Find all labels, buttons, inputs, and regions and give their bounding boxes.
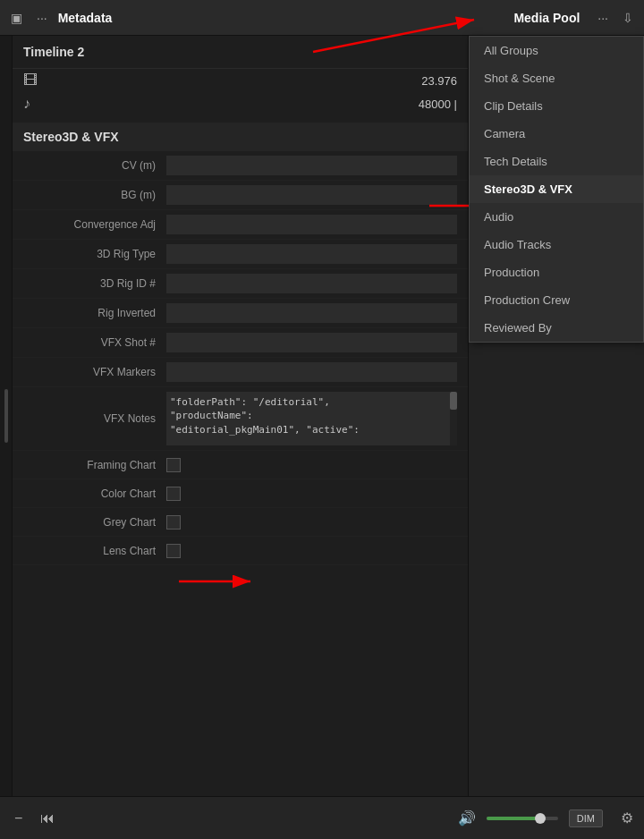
top-bar-right: Media Pool ··· ⇩ [513, 7, 637, 29]
dim-button[interactable]: DIM [569, 809, 603, 827]
left-sidebar [0, 36, 13, 796]
window-icon[interactable]: ▣ [7, 7, 26, 29]
volume-slider[interactable] [487, 817, 558, 820]
dropdown-item-audio-tracks[interactable]: Audio Tracks [470, 231, 643, 258]
timeline-name: Timeline 2 [23, 45, 84, 59]
field-input-cv-(m)[interactable] [166, 156, 457, 175]
dots-icon[interactable]: ··· [33, 7, 51, 29]
dropdown-item-reviewed-by[interactable]: Reviewed By [470, 314, 643, 342]
field-label-rig-inverted: Rig Inverted [23, 307, 166, 319]
field-checkbox-lens-chart[interactable] [166, 544, 181, 558]
field-input-bg-(m)[interactable] [166, 185, 457, 205]
dropdown-item-production[interactable]: Production [470, 258, 643, 286]
field-row: CV (m) [13, 151, 468, 181]
field-row: Rig Inverted [13, 299, 468, 328]
left-panel: Timeline 2 🎞 23.976 ♪ 48000 | Stereo3D &… [13, 36, 469, 796]
film-icon: 🎞 [23, 72, 38, 89]
field-checkbox-framing-chart[interactable] [166, 458, 181, 472]
top-bar-left: ▣ ··· Metadata [7, 7, 513, 29]
stereo-title: Stereo3D & VFX [23, 130, 119, 144]
field-row: 3D Rig Type [13, 240, 468, 269]
dropdown-item-audio[interactable]: Audio [470, 203, 643, 231]
field-row: BG (m) [13, 181, 468, 210]
minus-button[interactable]: − [11, 807, 26, 830]
bottom-bar: − ⏮ 🔊 DIM ⚙ [0, 796, 644, 839]
field-row: 3D Rig ID # [13, 269, 468, 299]
volume-fill [487, 817, 537, 820]
metadata-title: Metadata [58, 11, 113, 25]
field-row: Color Chart [13, 479, 468, 508]
volume-icon: 🔊 [458, 809, 476, 826]
right-panel: All GroupsShot & SceneClip DetailsCamera… [469, 36, 644, 796]
field-input-3d-rig-type[interactable] [166, 244, 457, 264]
volume-thumb[interactable] [535, 813, 546, 824]
field-input-convergence-adj[interactable] [166, 215, 457, 234]
audio-value: 48000 | [419, 97, 457, 111]
field-row: Convergence Adj [13, 210, 468, 240]
video-value: 23.976 [421, 74, 457, 88]
field-input-3d-rig-id-#[interactable] [166, 274, 457, 293]
field-input-vfx-markers[interactable] [166, 362, 457, 382]
top-bar: ▣ ··· Metadata Media Pool ··· ⇩ [0, 0, 644, 36]
field-label-framing-chart: Framing Chart [23, 459, 166, 471]
video-info-row: 🎞 23.976 [13, 69, 468, 92]
timeline-row: Timeline 2 [13, 36, 468, 69]
audio-info-row: ♪ 48000 | [13, 92, 468, 115]
dropdown-item-stereo3d-&-vfx[interactable]: Stereo3D & VFX [470, 175, 643, 203]
dropdown-item-clip-details[interactable]: Clip Details [470, 92, 643, 120]
field-label-vfx-notes: VFX Notes [23, 412, 166, 425]
stereo-header: Stereo3D & VFX [13, 123, 468, 151]
dropdown-item-tech-details[interactable]: Tech Details [470, 148, 643, 175]
dropdown-item-shot-&-scene[interactable]: Shot & Scene [470, 64, 643, 92]
field-label-bg-(m): BG (m) [23, 189, 166, 201]
vfx-notes-container [166, 392, 457, 445]
media-pool-label: Media Pool [513, 11, 580, 25]
skip-back-button[interactable]: ⏮ [37, 807, 58, 830]
field-row: Lens Chart [13, 537, 468, 565]
fields-container: CV (m)BG (m)Convergence Adj3D Rig Type3D… [13, 151, 468, 565]
main-content: Timeline 2 🎞 23.976 ♪ 48000 | Stereo3D &… [0, 36, 644, 796]
field-label-grey-chart: Grey Chart [23, 516, 166, 529]
music-icon: ♪ [23, 96, 30, 112]
field-input-rig-inverted[interactable] [166, 303, 457, 323]
scrollbar-track [450, 392, 457, 445]
dropdown-item-all-groups[interactable]: All Groups [470, 37, 643, 64]
sidebar-handle [4, 389, 8, 443]
field-row: VFX Notes [13, 387, 468, 451]
field-label-vfx-shot-#: VFX Shot # [23, 336, 166, 349]
field-row: VFX Markers [13, 358, 468, 387]
field-row: Framing Chart [13, 451, 468, 479]
sort-icon[interactable]: ⇩ [619, 7, 637, 29]
field-label-convergence-adj: Convergence Adj [23, 218, 166, 231]
settings-icon[interactable]: ⚙ [621, 809, 633, 826]
field-label-3d-rig-type: 3D Rig Type [23, 248, 166, 260]
field-textarea-vfx-notes[interactable] [166, 392, 450, 445]
field-label-lens-chart: Lens Chart [23, 545, 166, 557]
field-label-cv-(m): CV (m) [23, 159, 166, 172]
dropdown-item-production-crew[interactable]: Production Crew [470, 286, 643, 314]
scrollbar-thumb[interactable] [450, 392, 457, 410]
field-label-color-chart: Color Chart [23, 487, 166, 500]
field-label-vfx-markers: VFX Markers [23, 366, 166, 378]
field-row: VFX Shot # [13, 328, 468, 358]
dropdown-item-camera[interactable]: Camera [470, 120, 643, 148]
field-input-vfx-shot-#[interactable] [166, 333, 457, 352]
field-label-3d-rig-id-#: 3D Rig ID # [23, 277, 166, 290]
field-checkbox-grey-chart[interactable] [166, 515, 181, 530]
field-row: Grey Chart [13, 508, 468, 537]
field-checkbox-color-chart[interactable] [166, 487, 181, 501]
dropdown-menu: All GroupsShot & SceneClip DetailsCamera… [469, 36, 644, 343]
dots2-icon[interactable]: ··· [594, 7, 612, 29]
volume-slider-container [487, 817, 558, 820]
